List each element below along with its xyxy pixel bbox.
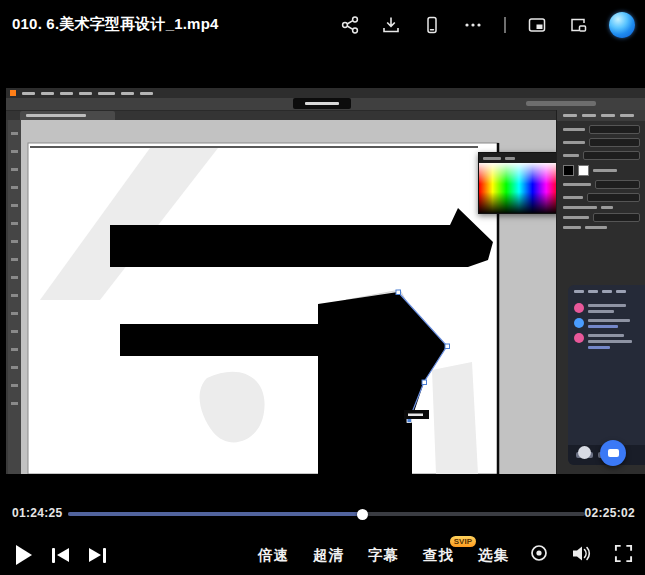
chat-emoji-icon[interactable] (578, 446, 591, 459)
share-icon[interactable] (340, 15, 360, 35)
y-field[interactable] (589, 138, 640, 147)
illustrator-logo (10, 90, 16, 96)
fullscreen-icon[interactable] (614, 544, 633, 567)
progress-fill (68, 512, 363, 516)
illustrator-toolbar (8, 120, 21, 474)
w-field[interactable] (583, 151, 640, 160)
quality-button[interactable]: 超清 (313, 546, 344, 565)
current-time: 01:24:25 (12, 506, 62, 520)
send-to-phone-icon[interactable] (422, 15, 442, 35)
speed-button[interactable]: 倍速 (258, 546, 289, 565)
color-picker-header[interactable] (479, 153, 559, 163)
mini-window-icon[interactable] (568, 15, 588, 35)
user-avatar[interactable] (609, 12, 635, 38)
chat-message (568, 298, 645, 313)
circle-dot-icon[interactable] (529, 543, 549, 567)
artboard-canvas (21, 120, 556, 474)
illustrator-menubar (6, 88, 645, 98)
video-surface[interactable] (0, 88, 645, 474)
anchor-point (396, 290, 401, 295)
canvas-tooltip (293, 98, 351, 109)
picture-in-picture-icon[interactable] (527, 15, 547, 35)
next-episode-button[interactable] (89, 548, 106, 563)
chat-message (568, 313, 645, 328)
chat-message (568, 328, 645, 349)
chat-tabs[interactable] (568, 285, 645, 298)
chat-avatar (574, 318, 584, 328)
opacity-field[interactable] (595, 180, 640, 189)
progress-thumb[interactable] (357, 509, 368, 520)
more-options-icon[interactable] (463, 15, 483, 35)
play-button[interactable] (16, 545, 32, 565)
subtitles-button[interactable]: 字幕 (368, 546, 399, 565)
color-spectrum[interactable] (479, 163, 559, 213)
chat-fab-button[interactable] (600, 440, 626, 466)
download-icon[interactable] (381, 15, 401, 35)
anchor-point (422, 380, 427, 385)
volume-icon[interactable] (571, 544, 592, 567)
chat-avatar (574, 333, 584, 343)
header-divider (504, 17, 506, 33)
x-field[interactable] (589, 125, 640, 134)
artboard (28, 143, 498, 474)
video-player-app: 010. 6.美术字型再设计_1.mp4 (0, 0, 645, 575)
anchor-point (445, 344, 450, 349)
total-time: 02:25:02 (585, 506, 635, 520)
progress-bar[interactable] (68, 512, 585, 516)
previous-episode-button[interactable] (52, 548, 69, 563)
options-bar-text (526, 101, 596, 106)
color-picker-panel (478, 152, 560, 214)
header-icon-group (340, 12, 635, 38)
panel-tabs[interactable] (557, 110, 645, 121)
fill-stroke-chips[interactable] (557, 160, 645, 176)
second-horizontal-stroke (120, 324, 332, 356)
video-title: 010. 6.美术字型再设计_1.mp4 (12, 15, 219, 34)
document-tab (20, 111, 115, 120)
player-controls: 倍速 超清 字幕 查找 SVIP 选集 (0, 538, 645, 572)
search-button[interactable]: 查找 SVIP (423, 546, 454, 565)
document-tab-bar (6, 111, 556, 120)
chat-overlay (568, 285, 645, 465)
illustrator-screenshot (6, 88, 645, 474)
svip-badge: SVIP (450, 536, 476, 547)
chat-avatar (574, 303, 584, 313)
episodes-button[interactable]: 选集 (478, 546, 509, 565)
